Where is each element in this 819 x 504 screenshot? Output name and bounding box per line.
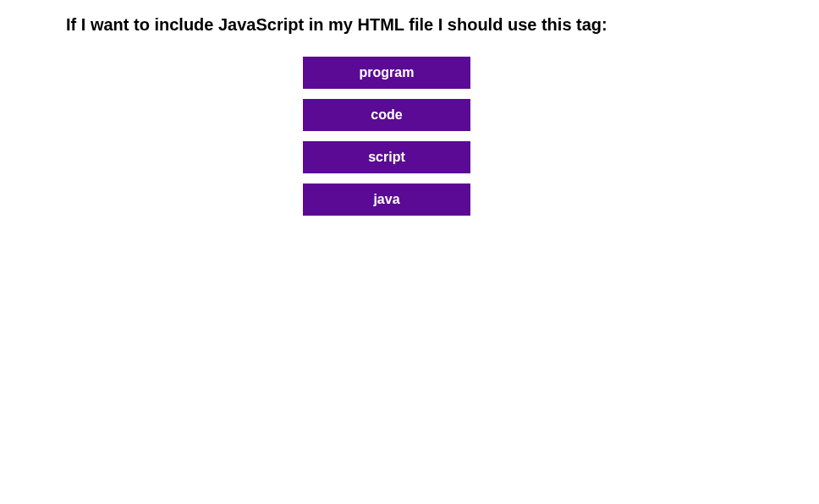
option-button-code[interactable]: code [303,99,470,131]
option-button-program[interactable]: program [303,57,470,89]
option-button-java[interactable]: java [303,184,470,216]
option-button-script[interactable]: script [303,141,470,173]
options-container: program code script java [0,57,819,216]
question-text: If I want to include JavaScript in my HT… [0,15,819,35]
